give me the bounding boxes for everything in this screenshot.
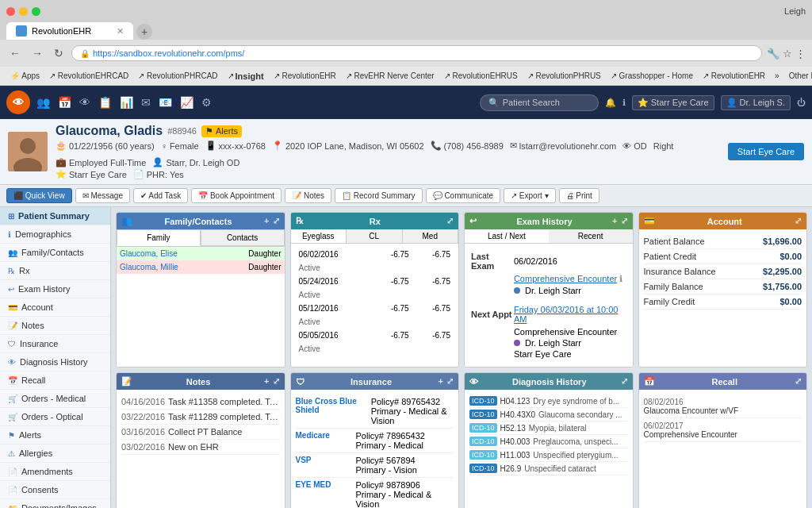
sidebar-item-account[interactable]: 💳 Account	[0, 298, 110, 317]
window-controls[interactable]	[6, 7, 40, 16]
logout-icon[interactable]: ⏻	[797, 98, 806, 107]
close-window-button[interactable]	[6, 7, 15, 16]
table-row[interactable]: Glaucoma, Elise Daughter	[117, 247, 285, 260]
active-tab[interactable]: RevolutionEHR ✕	[6, 22, 133, 40]
account-expand-button[interactable]: ⤢	[795, 216, 802, 226]
family-contacts-add-button[interactable]: +	[264, 216, 269, 226]
rx-med-tab[interactable]: Med	[403, 229, 459, 243]
exam-icon[interactable]: 👁	[79, 96, 90, 109]
orders-icon[interactable]: 📋	[98, 96, 112, 109]
export-button[interactable]: ↗ Export ▾	[504, 188, 555, 203]
sidebar-item-amendments[interactable]: 📄 Amendments	[0, 463, 110, 481]
bookmark-apps[interactable]: ⚡ Apps	[6, 70, 44, 82]
notification-icon[interactable]: 🔔	[605, 98, 616, 108]
sidebar-item-recall[interactable]: 📅 Recall	[0, 371, 110, 390]
calendar-icon[interactable]: 📅	[58, 96, 71, 109]
sidebar-item-consents[interactable]: 📄 Consents	[0, 481, 110, 499]
bookmark-revolutionehrus[interactable]: ↗ RevolutionEHRUS	[440, 70, 522, 82]
practice-selector[interactable]: ⭐ Starr Eye Care	[632, 95, 714, 110]
family-contacts-expand-button[interactable]: ⤢	[273, 216, 280, 226]
sidebar-item-allergies[interactable]: ⚠ Allergies	[0, 444, 110, 463]
exam-history-add-button[interactable]: +	[612, 216, 617, 226]
bookmark-insight[interactable]: ↗ Insight	[224, 70, 268, 83]
minimize-window-button[interactable]	[19, 7, 28, 16]
table-row	[471, 297, 626, 302]
alert-badge[interactable]: ⚑ Alerts	[201, 125, 242, 137]
messages-icon[interactable]: ✉	[141, 96, 151, 109]
diagnosis-expand-button[interactable]: ⤢	[621, 376, 628, 387]
recent-tab[interactable]: Recent	[549, 229, 633, 243]
forward-button[interactable]: →	[29, 45, 46, 61]
next-appt-date-link[interactable]: Friday 06/03/2016 at 10:00 AM	[514, 305, 618, 324]
record-summary-button[interactable]: 📋 Record Summary	[335, 188, 423, 203]
insurance-add-button[interactable]: +	[439, 376, 443, 387]
refresh-button[interactable]: ↻	[51, 45, 67, 61]
last-next-tab[interactable]: Last / Next	[465, 229, 549, 243]
sidebar-item-documents[interactable]: 📁 Documents/Images	[0, 499, 110, 508]
sidebar-item-diagnosis-history[interactable]: 👁 Diagnosis History	[0, 353, 110, 371]
sidebar-item-exam-history[interactable]: ↩ Exam History	[0, 280, 110, 298]
patient-employment: 💼 Employed Full-Time	[56, 157, 146, 167]
quick-view-button[interactable]: ⬛ Quick View	[6, 188, 72, 203]
patient-search-bar[interactable]: 🔍 Patient Search	[480, 94, 599, 111]
notes-button[interactable]: 📝 Notes	[285, 188, 331, 203]
bookmark-more[interactable]: »	[771, 70, 783, 82]
back-button[interactable]: ←	[6, 45, 24, 61]
bookmark-revolutionphrcad[interactable]: ↗ RevolutionPHRCAD	[134, 70, 221, 82]
notes-add-button[interactable]: +	[264, 376, 269, 387]
recall-expand-button[interactable]: ⤢	[795, 376, 802, 387]
bookmark-button[interactable]: ☆	[783, 48, 792, 60]
bookmark-revolutionehrcad[interactable]: ↗ RevolutionEHRCAD	[45, 70, 132, 82]
message-button[interactable]: ✉ Message	[75, 188, 130, 203]
print-button[interactable]: 🖨 Print	[559, 188, 599, 203]
rx-expand-button[interactable]: ⤢	[446, 216, 454, 226]
sidebar-item-notes[interactable]: 📝 Notes	[0, 317, 110, 335]
sidebar-item-family-contacts[interactable]: 👥 Family/Contacts	[0, 244, 110, 262]
maximize-window-button[interactable]	[32, 7, 40, 16]
sidebar-item-insurance[interactable]: 🛡 Insurance	[0, 335, 110, 353]
analytics-icon[interactable]: 📈	[180, 96, 193, 109]
sidebar-item-rx[interactable]: ℞ Rx	[0, 262, 110, 280]
communicate-button[interactable]: 💬 Communicate	[426, 188, 500, 203]
mail-icon[interactable]: 📧	[159, 96, 172, 109]
patients-icon[interactable]: 👥	[36, 96, 50, 109]
start-eye-care-button[interactable]: Start Eye Care	[728, 143, 804, 160]
menu-button[interactable]: ⋮	[795, 48, 806, 60]
sidebar-item-demographics[interactable]: ℹ Demographics	[0, 225, 110, 244]
bookmark-other[interactable]: Other Bookmarks	[785, 70, 812, 82]
book-appointment-button[interactable]: 📅 Book Appointment	[191, 188, 282, 203]
rx-eyeglass-tab[interactable]: Eyeglass	[291, 229, 347, 243]
sidebar-item-orders-optical[interactable]: 🛒 Orders - Optical	[0, 408, 110, 426]
patient-details-2: ⭐ Starr Eye Care 📄 PHR: Yes	[56, 169, 720, 179]
reports-icon[interactable]: 📊	[120, 96, 133, 109]
table-row: 05/05/2016 -6.75 -6.75	[296, 329, 454, 341]
sidebar-item-alerts[interactable]: ⚑ Alerts	[0, 426, 110, 444]
bookmark-revehr-nerve[interactable]: ↗ RevEHR Nerve Center	[342, 70, 439, 82]
table-row[interactable]: Glaucoma, Millie Daughter	[117, 260, 285, 274]
url-bar[interactable]: 🔒 https://sandbox.revolutionehr.com/pms/	[71, 45, 762, 61]
notes-expand-button[interactable]: ⤢	[273, 376, 280, 387]
bookmark-revolutionehr2[interactable]: ↗ RevolutionEHR	[699, 70, 769, 82]
bookmark-revolutionehr[interactable]: ↗ RevolutionEHR	[270, 70, 340, 82]
family-tab[interactable]: Family	[117, 229, 201, 246]
extensions-button[interactable]: 🔧	[767, 48, 779, 60]
new-tab-button[interactable]: +	[136, 24, 152, 40]
diagnosis-desc: Unspecified cataract	[524, 464, 627, 473]
bookmark-grasshopper[interactable]: ↗ Grasshopper - Home	[607, 70, 697, 82]
insurance-expand-button[interactable]: ⤢	[446, 376, 454, 387]
insurance-icon: 🛡	[8, 340, 16, 348]
sidebar-item-orders-medical[interactable]: 🛒 Orders - Medical	[0, 390, 110, 408]
doctor-selector[interactable]: 👤 Dr. Leigh S.	[721, 95, 791, 110]
rx-cl-tab[interactable]: CL	[347, 229, 403, 243]
contacts-tab[interactable]: Contacts	[201, 229, 285, 246]
bookmark-revolutionphrus[interactable]: ↗ RevolutionPHRUS	[523, 70, 605, 82]
info-icon[interactable]: ℹ	[622, 98, 626, 108]
exam-history-expand-button[interactable]: ⤢	[621, 216, 628, 226]
last-exam-type-link[interactable]: Comprehensive Encounter	[514, 274, 617, 283]
tab-close-button[interactable]: ✕	[117, 26, 124, 37]
sidebar-item-patient-summary[interactable]: ⊞ Patient Summary	[0, 207, 110, 225]
note-text: Collect PT Balance	[168, 427, 279, 437]
add-task-button[interactable]: ✔ Add Task	[133, 188, 188, 203]
app-logo[interactable]: 👁	[6, 90, 30, 114]
settings-icon[interactable]: ⚙	[201, 96, 212, 109]
